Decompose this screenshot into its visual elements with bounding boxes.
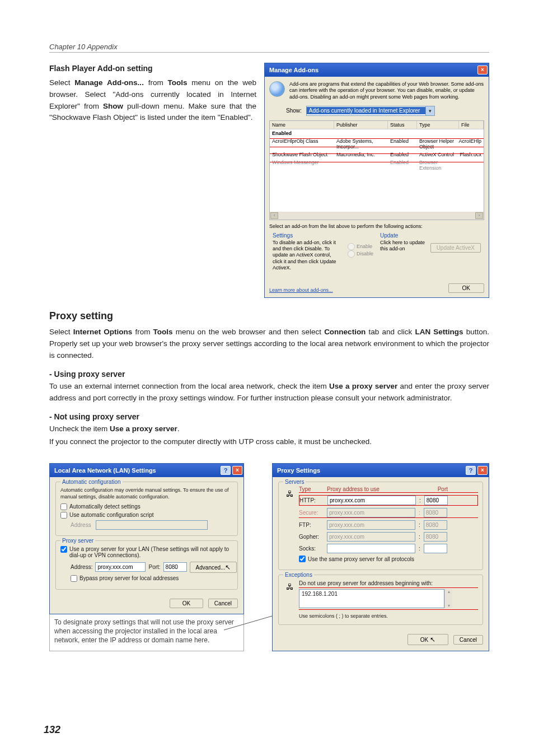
h-scrollbar[interactable]: ‹ ›: [270, 212, 484, 220]
auto-text: Automatic configuration may override man…: [60, 487, 233, 500]
text: Select: [49, 78, 74, 87]
gopher-port-input: [424, 532, 447, 542]
http-addr-input[interactable]: [327, 496, 416, 505]
cell: Macromedia, Inc.: [334, 151, 388, 158]
col-name[interactable]: Name: [270, 121, 334, 129]
radio-label: Disable: [357, 251, 373, 256]
text-bold: Manage Add-ons...: [74, 78, 144, 87]
t: To use an external internet connection f…: [49, 382, 329, 390]
col-publisher[interactable]: Publisher: [334, 121, 388, 129]
row-label: HTTP:: [299, 497, 324, 503]
settings-text: To disable an add-on, click it and then …: [273, 240, 342, 271]
use-proxy-checkbox[interactable]: Use a proxy server for your LAN (These s…: [60, 546, 233, 558]
titlebar[interactable]: Local Area Network (LAN) Settings ? ×: [50, 464, 243, 477]
http-row: HTTP: :: [299, 495, 478, 506]
titlebar[interactable]: Manage Add-ons ×: [265, 63, 489, 77]
col-type[interactable]: Type: [417, 121, 459, 129]
gear-icon: [269, 81, 285, 97]
exceptions-fieldset: Exceptions 🖧 Do not use proxy server for…: [278, 575, 483, 625]
cursor-icon: ↖: [225, 563, 231, 571]
col-status[interactable]: Status: [388, 121, 417, 129]
t: Tools: [153, 328, 173, 336]
cell: Enabled: [388, 151, 417, 158]
col-type: Type: [299, 486, 324, 492]
close-icon[interactable]: ×: [477, 466, 488, 475]
dialog-title: Proxy Settings: [277, 467, 466, 474]
row-label: Socks:: [299, 545, 324, 552]
auto-detect-checkbox[interactable]: Automatically detect settings: [60, 503, 233, 510]
cell: Browser Extension: [417, 159, 459, 171]
list-item[interactable]: Windows Messenger Enabled Browser Extens…: [270, 158, 484, 172]
settings-box: Settings To disable an add-on, click it …: [269, 231, 377, 274]
cell: Flash.ocx: [457, 151, 484, 158]
chevron-down-icon[interactable]: ▾: [425, 106, 434, 115]
legend: Proxy server: [60, 538, 95, 544]
enable-radio[interactable]: Enable: [348, 243, 373, 250]
v-scrollbar[interactable]: ▴▾: [444, 589, 452, 608]
proxy-port-input[interactable]: [163, 562, 187, 572]
t: menu on the web browser and then select: [173, 328, 325, 336]
not-using-proxy-p1: Uncheck the item Use a proxy server.: [49, 423, 489, 435]
text-bold: Show: [103, 102, 123, 110]
select-note: Select an add-on from the list above to …: [269, 223, 484, 229]
scroll-right-icon[interactable]: ›: [475, 212, 483, 219]
help-icon[interactable]: ?: [466, 466, 476, 475]
proxy-address-input[interactable]: [95, 562, 146, 572]
secure-row: Secure: :: [299, 508, 478, 518]
cell: Browser Helper Object: [417, 138, 456, 150]
advanced-button[interactable]: Advanced...↖: [190, 562, 237, 573]
col-port: Port: [419, 486, 448, 492]
update-activex-button[interactable]: Update ActiveX: [430, 243, 481, 253]
proxy-paragraph1: Select Internet Options from Tools menu …: [49, 326, 489, 362]
close-icon[interactable]: ×: [232, 466, 242, 475]
update-text: Click here to update this add-on: [380, 240, 426, 253]
using-proxy-paragraph: To use an external internet connection f…: [49, 381, 489, 404]
help-icon[interactable]: ?: [221, 466, 231, 475]
socks-port-input[interactable]: [424, 544, 447, 553]
t: Use a proxy server: [110, 424, 177, 433]
learn-more-link[interactable]: Learn more about add-ons...: [269, 287, 333, 293]
t: Select: [49, 328, 73, 336]
close-icon[interactable]: ×: [477, 66, 488, 74]
bypass-checkbox[interactable]: Bypass proxy server for local addresses: [71, 575, 233, 582]
settings-title: Settings: [273, 232, 373, 239]
cancel-button[interactable]: Cancel: [453, 635, 483, 645]
chk-label: Use the same proxy server for all protoc…: [308, 556, 414, 562]
socks-row: Socks: :: [299, 544, 478, 553]
callout-note: To designate proxy settings that will no…: [49, 614, 244, 651]
cell: Enabled: [388, 138, 417, 150]
titlebar[interactable]: Proxy Settings ? ×: [273, 464, 489, 477]
show-dropdown[interactable]: Add-ons currently loaded in Internet Exp…: [306, 106, 435, 116]
t: Internet Options: [73, 328, 133, 336]
disable-radio[interactable]: Disable: [348, 250, 373, 258]
ok-button[interactable]: OK: [448, 283, 484, 293]
lan-settings-dialog: Local Area Network (LAN) Settings ? × Au…: [49, 463, 244, 614]
dialog-title: Local Area Network (LAN) Settings: [54, 467, 221, 474]
t: Connection: [324, 328, 366, 336]
cell: Windows Messenger: [270, 159, 334, 171]
socks-addr-input[interactable]: [327, 544, 415, 553]
address-label: Address:: [71, 564, 92, 570]
exceptions-textarea[interactable]: 192.168.1.201: [299, 589, 444, 608]
chk-label: Bypass proxy server for local addresses: [79, 575, 179, 581]
ok-button[interactable]: OK ↖: [407, 634, 448, 645]
same-proxy-checkbox[interactable]: Use the same proxy server for all protoc…: [299, 556, 478, 562]
cursor-icon: ↖: [430, 636, 435, 643]
row-label: Gopher:: [299, 534, 324, 540]
chk-label: Use automatic configuration script: [69, 512, 154, 518]
ok-button[interactable]: OK: [170, 599, 203, 608]
gopher-addr-input: [327, 532, 415, 542]
port-label: Port:: [148, 564, 160, 570]
auto-script-checkbox[interactable]: Use automatic configuration script: [60, 512, 233, 519]
page-number: 132: [44, 724, 60, 736]
addons-list[interactable]: Name Publisher Status Type File Enabled …: [269, 120, 484, 220]
cancel-button[interactable]: Cancel: [208, 599, 238, 608]
semicolons-note: Use semicolons ( ; ) to separate entries…: [299, 613, 478, 619]
http-port-input[interactable]: [424, 496, 448, 505]
scroll-left-icon[interactable]: ‹: [270, 212, 278, 219]
text-bold: Tools: [167, 78, 187, 87]
legend: Automatic configuration: [60, 479, 123, 485]
col-file[interactable]: File: [459, 121, 484, 129]
list-item[interactable]: AcroIEHlprObj Class Adobe Systems, Incor…: [270, 137, 484, 151]
list-item[interactable]: Shockwave Flash Object Macromedia, Inc. …: [270, 151, 484, 158]
